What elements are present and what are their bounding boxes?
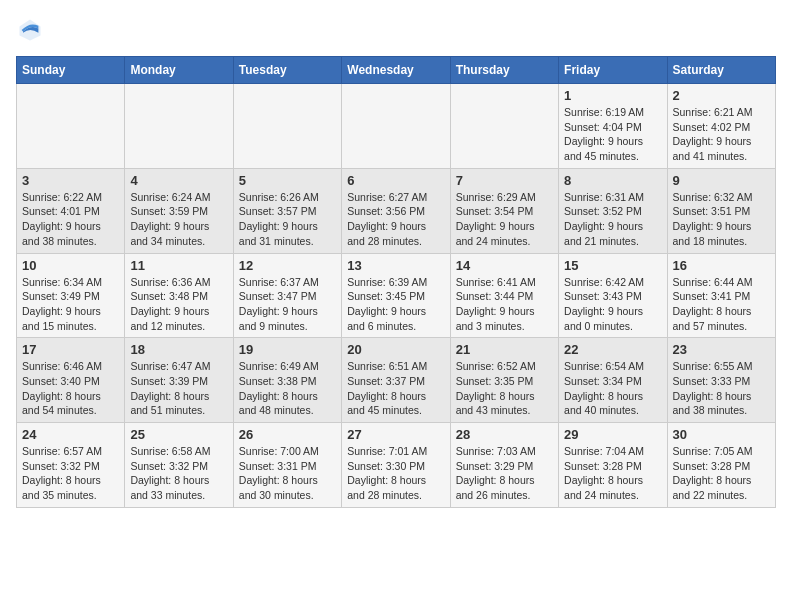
- day-info: Sunrise: 6:26 AM Sunset: 3:57 PM Dayligh…: [239, 190, 336, 249]
- day-number: 10: [22, 258, 119, 273]
- calendar-day-cell: 18Sunrise: 6:47 AM Sunset: 3:39 PM Dayli…: [125, 338, 233, 423]
- day-of-week-header: Friday: [559, 57, 667, 84]
- day-info: Sunrise: 7:04 AM Sunset: 3:28 PM Dayligh…: [564, 444, 661, 503]
- day-info: Sunrise: 6:49 AM Sunset: 3:38 PM Dayligh…: [239, 359, 336, 418]
- day-number: 12: [239, 258, 336, 273]
- day-info: Sunrise: 6:37 AM Sunset: 3:47 PM Dayligh…: [239, 275, 336, 334]
- calendar-day-cell: [450, 84, 558, 169]
- day-info: Sunrise: 6:51 AM Sunset: 3:37 PM Dayligh…: [347, 359, 444, 418]
- calendar-day-cell: [233, 84, 341, 169]
- day-info: Sunrise: 7:03 AM Sunset: 3:29 PM Dayligh…: [456, 444, 553, 503]
- calendar-day-cell: 15Sunrise: 6:42 AM Sunset: 3:43 PM Dayli…: [559, 253, 667, 338]
- calendar-day-cell: 14Sunrise: 6:41 AM Sunset: 3:44 PM Dayli…: [450, 253, 558, 338]
- day-info: Sunrise: 6:21 AM Sunset: 4:02 PM Dayligh…: [673, 105, 770, 164]
- day-number: 2: [673, 88, 770, 103]
- day-of-week-header: Saturday: [667, 57, 775, 84]
- day-info: Sunrise: 6:54 AM Sunset: 3:34 PM Dayligh…: [564, 359, 661, 418]
- calendar-table: SundayMondayTuesdayWednesdayThursdayFrid…: [16, 56, 776, 508]
- day-info: Sunrise: 6:58 AM Sunset: 3:32 PM Dayligh…: [130, 444, 227, 503]
- calendar-day-cell: 9Sunrise: 6:32 AM Sunset: 3:51 PM Daylig…: [667, 168, 775, 253]
- calendar-day-cell: 8Sunrise: 6:31 AM Sunset: 3:52 PM Daylig…: [559, 168, 667, 253]
- day-number: 24: [22, 427, 119, 442]
- day-info: Sunrise: 6:34 AM Sunset: 3:49 PM Dayligh…: [22, 275, 119, 334]
- calendar-day-cell: 4Sunrise: 6:24 AM Sunset: 3:59 PM Daylig…: [125, 168, 233, 253]
- calendar-day-cell: 27Sunrise: 7:01 AM Sunset: 3:30 PM Dayli…: [342, 423, 450, 508]
- day-number: 28: [456, 427, 553, 442]
- calendar-day-cell: 25Sunrise: 6:58 AM Sunset: 3:32 PM Dayli…: [125, 423, 233, 508]
- day-number: 15: [564, 258, 661, 273]
- calendar-day-cell: 6Sunrise: 6:27 AM Sunset: 3:56 PM Daylig…: [342, 168, 450, 253]
- calendar-week-row: 3Sunrise: 6:22 AM Sunset: 4:01 PM Daylig…: [17, 168, 776, 253]
- day-number: 26: [239, 427, 336, 442]
- day-info: Sunrise: 6:46 AM Sunset: 3:40 PM Dayligh…: [22, 359, 119, 418]
- calendar-day-cell: 24Sunrise: 6:57 AM Sunset: 3:32 PM Dayli…: [17, 423, 125, 508]
- page-header: [16, 16, 776, 44]
- day-number: 14: [456, 258, 553, 273]
- calendar-day-cell: 20Sunrise: 6:51 AM Sunset: 3:37 PM Dayli…: [342, 338, 450, 423]
- day-of-week-header: Thursday: [450, 57, 558, 84]
- calendar-day-cell: 3Sunrise: 6:22 AM Sunset: 4:01 PM Daylig…: [17, 168, 125, 253]
- calendar-week-row: 24Sunrise: 6:57 AM Sunset: 3:32 PM Dayli…: [17, 423, 776, 508]
- day-info: Sunrise: 7:01 AM Sunset: 3:30 PM Dayligh…: [347, 444, 444, 503]
- calendar-day-cell: 23Sunrise: 6:55 AM Sunset: 3:33 PM Dayli…: [667, 338, 775, 423]
- day-info: Sunrise: 6:31 AM Sunset: 3:52 PM Dayligh…: [564, 190, 661, 249]
- day-number: 16: [673, 258, 770, 273]
- day-number: 3: [22, 173, 119, 188]
- calendar-header-row: SundayMondayTuesdayWednesdayThursdayFrid…: [17, 57, 776, 84]
- calendar-day-cell: 2Sunrise: 6:21 AM Sunset: 4:02 PM Daylig…: [667, 84, 775, 169]
- calendar-day-cell: 10Sunrise: 6:34 AM Sunset: 3:49 PM Dayli…: [17, 253, 125, 338]
- day-number: 30: [673, 427, 770, 442]
- day-info: Sunrise: 6:47 AM Sunset: 3:39 PM Dayligh…: [130, 359, 227, 418]
- day-of-week-header: Tuesday: [233, 57, 341, 84]
- calendar-week-row: 1Sunrise: 6:19 AM Sunset: 4:04 PM Daylig…: [17, 84, 776, 169]
- day-of-week-header: Monday: [125, 57, 233, 84]
- calendar-day-cell: 29Sunrise: 7:04 AM Sunset: 3:28 PM Dayli…: [559, 423, 667, 508]
- calendar-day-cell: [342, 84, 450, 169]
- day-info: Sunrise: 7:05 AM Sunset: 3:28 PM Dayligh…: [673, 444, 770, 503]
- day-number: 9: [673, 173, 770, 188]
- day-number: 5: [239, 173, 336, 188]
- day-number: 22: [564, 342, 661, 357]
- day-number: 11: [130, 258, 227, 273]
- day-info: Sunrise: 7:00 AM Sunset: 3:31 PM Dayligh…: [239, 444, 336, 503]
- day-info: Sunrise: 6:29 AM Sunset: 3:54 PM Dayligh…: [456, 190, 553, 249]
- day-info: Sunrise: 6:52 AM Sunset: 3:35 PM Dayligh…: [456, 359, 553, 418]
- calendar-day-cell: 17Sunrise: 6:46 AM Sunset: 3:40 PM Dayli…: [17, 338, 125, 423]
- calendar-day-cell: 12Sunrise: 6:37 AM Sunset: 3:47 PM Dayli…: [233, 253, 341, 338]
- day-number: 18: [130, 342, 227, 357]
- calendar-day-cell: 26Sunrise: 7:00 AM Sunset: 3:31 PM Dayli…: [233, 423, 341, 508]
- day-number: 23: [673, 342, 770, 357]
- day-number: 29: [564, 427, 661, 442]
- day-number: 17: [22, 342, 119, 357]
- day-number: 20: [347, 342, 444, 357]
- calendar-day-cell: 21Sunrise: 6:52 AM Sunset: 3:35 PM Dayli…: [450, 338, 558, 423]
- day-info: Sunrise: 6:22 AM Sunset: 4:01 PM Dayligh…: [22, 190, 119, 249]
- calendar-week-row: 17Sunrise: 6:46 AM Sunset: 3:40 PM Dayli…: [17, 338, 776, 423]
- day-number: 19: [239, 342, 336, 357]
- calendar-day-cell: 19Sunrise: 6:49 AM Sunset: 3:38 PM Dayli…: [233, 338, 341, 423]
- day-number: 7: [456, 173, 553, 188]
- day-info: Sunrise: 6:41 AM Sunset: 3:44 PM Dayligh…: [456, 275, 553, 334]
- day-info: Sunrise: 6:55 AM Sunset: 3:33 PM Dayligh…: [673, 359, 770, 418]
- day-info: Sunrise: 6:44 AM Sunset: 3:41 PM Dayligh…: [673, 275, 770, 334]
- day-of-week-header: Wednesday: [342, 57, 450, 84]
- day-info: Sunrise: 6:19 AM Sunset: 4:04 PM Dayligh…: [564, 105, 661, 164]
- logo: [16, 16, 48, 44]
- day-of-week-header: Sunday: [17, 57, 125, 84]
- calendar-day-cell: [125, 84, 233, 169]
- day-number: 1: [564, 88, 661, 103]
- day-info: Sunrise: 6:36 AM Sunset: 3:48 PM Dayligh…: [130, 275, 227, 334]
- calendar-day-cell: 1Sunrise: 6:19 AM Sunset: 4:04 PM Daylig…: [559, 84, 667, 169]
- calendar-day-cell: [17, 84, 125, 169]
- day-number: 6: [347, 173, 444, 188]
- day-number: 4: [130, 173, 227, 188]
- logo-icon: [16, 16, 44, 44]
- calendar-day-cell: 22Sunrise: 6:54 AM Sunset: 3:34 PM Dayli…: [559, 338, 667, 423]
- calendar-day-cell: 11Sunrise: 6:36 AM Sunset: 3:48 PM Dayli…: [125, 253, 233, 338]
- calendar-day-cell: 5Sunrise: 6:26 AM Sunset: 3:57 PM Daylig…: [233, 168, 341, 253]
- calendar-day-cell: 16Sunrise: 6:44 AM Sunset: 3:41 PM Dayli…: [667, 253, 775, 338]
- calendar-day-cell: 28Sunrise: 7:03 AM Sunset: 3:29 PM Dayli…: [450, 423, 558, 508]
- calendar-day-cell: 7Sunrise: 6:29 AM Sunset: 3:54 PM Daylig…: [450, 168, 558, 253]
- day-info: Sunrise: 6:27 AM Sunset: 3:56 PM Dayligh…: [347, 190, 444, 249]
- day-number: 27: [347, 427, 444, 442]
